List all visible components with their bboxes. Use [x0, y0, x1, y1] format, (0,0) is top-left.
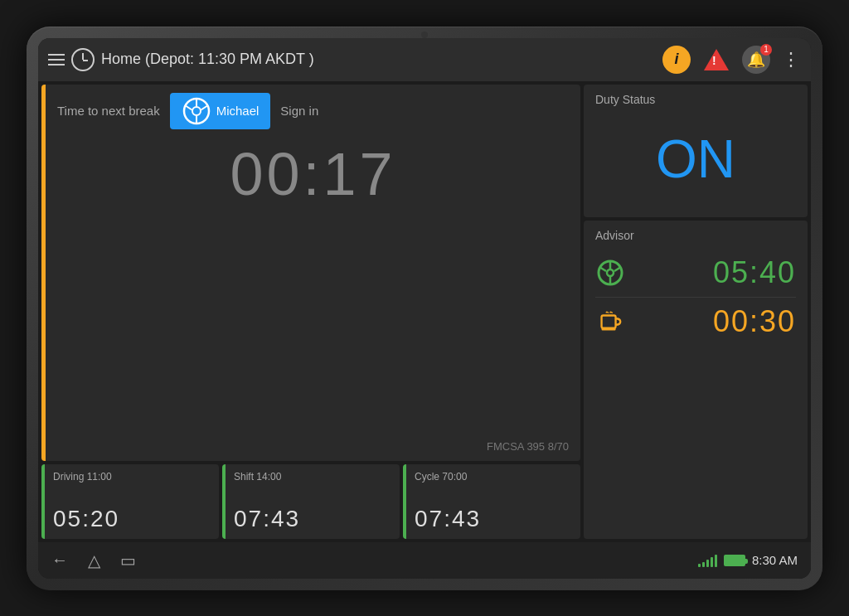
bell-button[interactable]: 🔔 1 — [742, 46, 770, 74]
nav-right: 8:30 AM — [698, 553, 798, 567]
timer-display: 00:17 — [57, 144, 569, 204]
right-panel: Duty Status ON Advisor — [584, 85, 808, 539]
camera-dot — [421, 32, 428, 38]
advisor-driving-time: 05:40 — [713, 255, 796, 290]
stat-label-driving: Driving 11:00 — [53, 471, 211, 483]
signal-bars-icon — [698, 554, 717, 567]
stat-label-cycle: Cycle 70:00 — [415, 471, 572, 483]
page-title: Home (Depot: 11:30 PM AKDT ) — [101, 51, 314, 68]
recents-button[interactable]: ▭ — [120, 551, 136, 570]
main-content: Time to next break Michael — [38, 81, 811, 542]
advisor-row-driving: 05:40 — [595, 249, 796, 297]
duty-label: Duty Status — [595, 93, 796, 106]
tablet-screen: Home (Depot: 11:30 PM AKDT ) i 🔔 1 ⋮ — [38, 38, 811, 579]
top-bar-left: Home (Depot: 11:30 PM AKDT ) — [48, 48, 662, 71]
stats-row: Driving 11:00 05:20 Shift 14:00 07:43 Cy… — [41, 464, 580, 539]
svg-point-7 — [607, 269, 614, 276]
bell-badge: 1 — [760, 44, 772, 56]
tablet-shell: Home (Depot: 11:30 PM AKDT ) i 🔔 1 ⋮ — [27, 27, 822, 590]
timer-section: Time to next break Michael — [41, 85, 580, 461]
clock-icon — [71, 48, 95, 71]
advisor-steering-icon — [595, 258, 625, 288]
advisor-break-time: 00:30 — [713, 304, 796, 339]
battery-icon — [724, 555, 745, 566]
more-options-button[interactable]: ⋮ — [782, 49, 801, 70]
advisor-row-break: 00:30 — [595, 297, 796, 346]
fmcsa-label: FMCSA 395 8/70 — [57, 440, 569, 453]
svg-rect-13 — [602, 327, 616, 330]
warning-triangle-icon — [704, 49, 729, 70]
home-button[interactable]: △ — [88, 551, 100, 570]
stat-card-cycle: Cycle 70:00 07:43 — [403, 464, 580, 539]
top-bar-actions: i 🔔 1 ⋮ — [662, 46, 801, 74]
menu-icon[interactable] — [48, 54, 65, 65]
driver-badge[interactable]: Michael — [170, 93, 271, 129]
stat-value-driving: 05:20 — [53, 506, 211, 532]
svg-line-4 — [201, 105, 208, 110]
driver-name: Michael — [216, 104, 260, 118]
bottom-nav: ← △ ▭ 8:30 AM — [38, 542, 811, 579]
advisor-label: Advisor — [595, 229, 796, 242]
back-button[interactable]: ← — [51, 551, 68, 570]
stat-card-driving: Driving 11:00 05:20 — [41, 464, 219, 539]
advisor-coffee-icon — [595, 308, 623, 336]
timer-top-row: Time to next break Michael — [57, 93, 569, 129]
timer-label: Time to next break — [57, 104, 160, 118]
status-time: 8:30 AM — [752, 553, 798, 567]
warning-button[interactable] — [702, 46, 730, 74]
stat-card-shift: Shift 14:00 07:43 — [222, 464, 400, 539]
nav-left: ← △ ▭ — [51, 551, 698, 570]
left-panel: Time to next break Michael — [41, 85, 580, 539]
info-button[interactable]: i — [662, 46, 691, 74]
sign-in-label[interactable]: Sign in — [280, 104, 318, 118]
svg-point-1 — [192, 107, 201, 115]
advisor-section: Advisor 05:40 — [584, 221, 808, 539]
stat-value-cycle: 07:43 — [415, 506, 572, 532]
steering-small-icon — [182, 96, 211, 126]
duty-section: Duty Status ON — [584, 85, 808, 217]
stat-label-shift: Shift 14:00 — [234, 471, 391, 483]
svg-rect-12 — [602, 315, 616, 327]
svg-line-3 — [185, 105, 192, 110]
top-bar: Home (Depot: 11:30 PM AKDT ) i 🔔 1 ⋮ — [38, 38, 811, 81]
stat-value-shift: 07:43 — [234, 506, 391, 532]
duty-value: ON — [595, 109, 796, 209]
